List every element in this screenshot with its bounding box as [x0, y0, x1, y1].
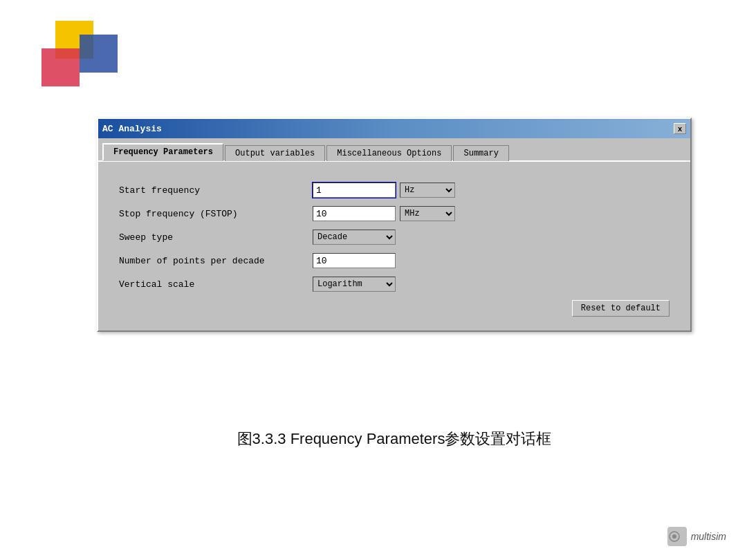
- content-area: Start frequency Hz kHz MHz GHz Stop freq…: [98, 162, 690, 330]
- decorative-squares: [42, 21, 124, 97]
- tab-bar: Frequency Parameters Output variables Mi…: [98, 138, 690, 162]
- red-square: [42, 48, 80, 86]
- caption-text: 图3.3.3 Frequency Parameters参数设置对话框: [97, 429, 692, 449]
- stop-frequency-row: Stop frequency (FSTOP) Hz kHz MHz GHz: [119, 206, 670, 221]
- reset-to-default-button[interactable]: Reset to default: [572, 300, 670, 317]
- stop-frequency-unit-select[interactable]: Hz kHz MHz GHz: [400, 206, 455, 221]
- sweep-type-row: Sweep type Decade Linear Octave: [119, 230, 670, 245]
- multisim-icon: [667, 527, 687, 546]
- stop-frequency-input[interactable]: [313, 206, 396, 221]
- reset-button-container: Reset to default: [119, 300, 670, 317]
- multisim-logo: multisim: [667, 527, 726, 546]
- start-frequency-input[interactable]: [313, 183, 396, 198]
- tab-output-variables[interactable]: Output variables: [225, 145, 325, 161]
- num-points-row: Number of points per decade: [119, 253, 670, 268]
- stop-frequency-label: Stop frequency (FSTOP): [119, 209, 313, 219]
- sweep-type-select[interactable]: Decade Linear Octave: [313, 230, 396, 245]
- blue-square: [80, 35, 118, 73]
- tab-frequency-parameters[interactable]: Frequency Parameters: [102, 143, 223, 161]
- start-frequency-row: Start frequency Hz kHz MHz GHz: [119, 183, 670, 198]
- title-bar: AC Analysis x: [98, 119, 690, 138]
- vertical-scale-label: Vertical scale: [119, 279, 313, 290]
- multisim-label: multisim: [691, 531, 726, 542]
- ac-analysis-dialog: AC Analysis x Frequency Parameters Outpu…: [97, 118, 692, 332]
- vertical-scale-row: Vertical scale Logarithm Linear Decibel …: [119, 277, 670, 292]
- tab-miscellaneous-options[interactable]: Miscellaneous Options: [326, 145, 452, 161]
- start-frequency-unit-select[interactable]: Hz kHz MHz GHz: [400, 183, 455, 198]
- num-points-label: Number of points per decade: [119, 256, 313, 266]
- svg-point-1: [672, 534, 676, 539]
- tab-summary[interactable]: Summary: [453, 145, 508, 161]
- close-button[interactable]: x: [674, 123, 686, 134]
- num-points-input[interactable]: [313, 253, 396, 268]
- dialog-title: AC Analysis: [102, 124, 162, 134]
- sweep-type-label: Sweep type: [119, 232, 313, 243]
- start-frequency-label: Start frequency: [119, 185, 313, 196]
- vertical-scale-select[interactable]: Logarithm Linear Decibel Octave: [313, 277, 396, 292]
